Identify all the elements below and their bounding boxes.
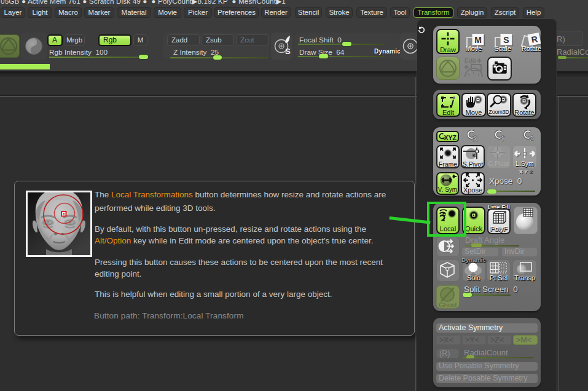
svg-text:Y: Y <box>501 135 505 143</box>
svg-text:x: x <box>492 154 494 157</box>
svg-text:Z: Z <box>530 135 534 143</box>
svg-text:x: x <box>492 148 494 151</box>
svg-text:S: S <box>285 47 291 56</box>
svg-text:S: S <box>503 35 509 45</box>
svg-text:Edit: Edit <box>465 58 477 65</box>
svg-text:x: x <box>501 148 503 151</box>
svg-text:XYZ: XYZ <box>444 134 457 141</box>
svg-text:x: x <box>501 154 503 157</box>
svg-text:X: X <box>473 135 477 143</box>
svg-text:M: M <box>474 35 482 45</box>
